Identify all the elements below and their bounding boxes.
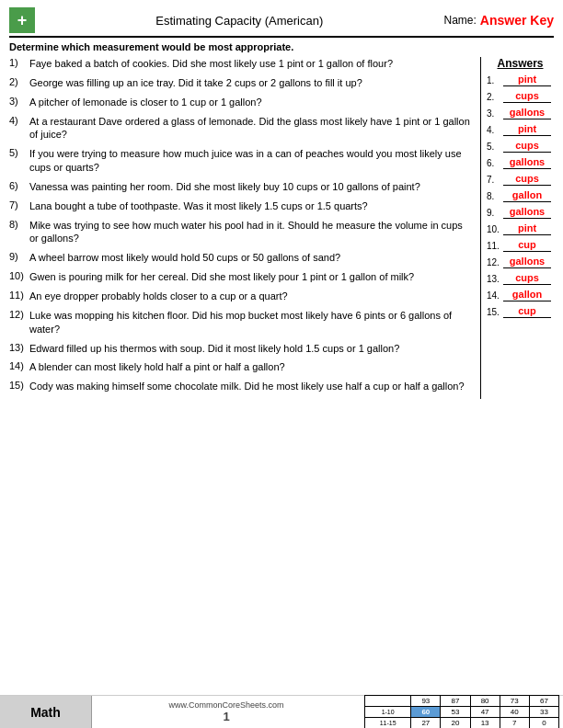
page-title: Estimating Capacity (American): [35, 14, 444, 28]
question-5: 5) If you were trying to measure how muc…: [9, 147, 473, 175]
answer-4: 4. pint: [487, 123, 554, 136]
question-text-11: An eye dropper probably holds closer to …: [29, 290, 473, 303]
question-text-5: If you were trying to measure how much j…: [29, 147, 473, 175]
question-text-14: A blender can most likely hold half a pi…: [29, 360, 473, 374]
question-text-6: Vanessa was painting her room. Did she m…: [29, 180, 473, 194]
answer-num-12: 12.: [487, 257, 503, 267]
question-num-1: 1): [9, 57, 29, 68]
question-11: 11) An eye dropper probably holds closer…: [9, 290, 473, 303]
page: + Estimating Capacity (American) Name: A…: [0, 0, 563, 728]
answer-num-11: 11.: [487, 241, 503, 251]
answer-11: 11. cup: [487, 239, 554, 252]
answer-value-10: pint: [503, 222, 551, 235]
question-10: 10) Gwen is pouring milk for her cereal.…: [9, 270, 473, 284]
direction-line: Determine which measurement would be mos…: [9, 41, 554, 52]
question-num-14: 14): [9, 360, 29, 371]
question-num-5: 5): [9, 147, 29, 158]
answer-3: 3. gallons: [487, 107, 554, 119]
question-text-1: Faye baked a batch of cookies. Did she m…: [29, 57, 473, 71]
question-num-2: 2): [9, 76, 29, 87]
answer-8: 8. gallon: [487, 189, 554, 202]
answer-num-4: 4.: [487, 125, 503, 135]
main-content: 1) Faye baked a batch of cookies. Did sh…: [9, 57, 554, 399]
question-2: 2) George was filling up an ice tray. Di…: [9, 76, 473, 90]
answer-num-15: 15.: [487, 307, 503, 317]
question-6: 6) Vanessa was painting her room. Did sh…: [9, 180, 473, 194]
question-text-9: A wheel barrow most likely would hold 50…: [29, 251, 473, 265]
answer-value-13: cups: [503, 272, 551, 285]
question-text-3: A pitcher of lemonade is closer to 1 cup…: [29, 96, 473, 109]
answer-value-5: cups: [503, 140, 551, 153]
answer-9: 9. gallons: [487, 206, 554, 219]
question-7: 7) Lana bought a tube of toothpaste. Was…: [9, 199, 473, 213]
question-text-4: At a restaurant Dave ordered a glass of …: [29, 115, 473, 142]
question-15: 15) Cody was making himself some chocola…: [9, 380, 473, 393]
answer-value-11: cup: [503, 239, 551, 252]
answer-value-2: cups: [503, 90, 551, 103]
answers-area: Answers 1. pint 2. cups 3. gallons 4. pi…: [480, 57, 554, 399]
answer-14: 14. gallon: [487, 289, 554, 301]
logo-symbol: +: [17, 11, 28, 30]
questions-area: 1) Faye baked a batch of cookies. Did sh…: [9, 57, 480, 399]
question-num-3: 3): [9, 96, 29, 107]
answer-5: 5. cups: [487, 140, 554, 153]
answer-13: 13. cups: [487, 272, 554, 285]
question-9: 9) A wheel barrow most likely would hold…: [9, 251, 473, 265]
header-right: Name: Answer Key: [444, 13, 555, 28]
answer-value-6: gallons: [503, 156, 551, 169]
page-number: 1: [223, 710, 229, 723]
answer-2: 2. cups: [487, 90, 554, 103]
answer-num-10: 10.: [487, 224, 503, 234]
question-1: 1) Faye baked a batch of cookies. Did sh…: [9, 57, 473, 71]
answer-value-15: cup: [503, 305, 551, 318]
score-table: 9387807367 1-10 60 53474033 11-15 272013…: [364, 695, 559, 728]
question-num-10: 10): [9, 270, 29, 281]
answer-value-7: cups: [503, 173, 551, 186]
question-text-8: Mike was trying to see how much water hi…: [29, 219, 473, 246]
answer-10: 10. pint: [487, 222, 554, 235]
answer-num-7: 7.: [487, 175, 503, 185]
question-text-15: Cody was making himself some chocolate m…: [29, 380, 473, 393]
question-13: 13) Edward filled up his thermos with so…: [9, 342, 473, 356]
question-8: 8) Mike was trying to see how much water…: [9, 219, 473, 246]
answer-value-1: pint: [503, 74, 551, 86]
answer-15: 15. cup: [487, 305, 554, 318]
answer-num-6: 6.: [487, 158, 503, 168]
answer-num-13: 13.: [487, 274, 503, 284]
question-text-12: Luke was mopping his kitchen floor. Did …: [29, 309, 473, 336]
question-14: 14) A blender can most likely hold half …: [9, 360, 473, 374]
question-num-4: 4): [9, 115, 29, 126]
answer-key-label: Answer Key: [480, 13, 554, 28]
question-num-6: 6): [9, 180, 29, 191]
footer: Math www.CommonCoreSheets.com 1 93878073…: [0, 695, 563, 728]
answer-num-8: 8.: [487, 191, 503, 201]
question-text-10: Gwen is pouring milk for her cereal. Did…: [29, 270, 473, 284]
footer-center: www.CommonCoreSheets.com 1: [92, 696, 361, 728]
logo: +: [9, 7, 35, 33]
answer-num-14: 14.: [487, 290, 503, 301]
answer-num-1: 1.: [487, 75, 503, 85]
answer-6: 6. gallons: [487, 156, 554, 169]
answer-value-9: gallons: [503, 206, 551, 219]
footer-math-label: Math: [0, 696, 92, 728]
answers-title: Answers: [487, 57, 554, 70]
answer-value-8: gallon: [503, 189, 551, 202]
question-4: 4) At a restaurant Dave ordered a glass …: [9, 115, 473, 142]
answer-7: 7. cups: [487, 173, 554, 186]
question-num-13: 13): [9, 342, 29, 353]
answer-value-14: gallon: [503, 289, 551, 301]
answer-value-12: gallons: [503, 256, 551, 268]
answer-num-2: 2.: [487, 92, 503, 102]
name-label: Name:: [444, 14, 477, 27]
answer-num-9: 9.: [487, 208, 503, 218]
question-num-11: 11): [9, 290, 29, 301]
question-text-7: Lana bought a tube of toothpaste. Was it…: [29, 199, 473, 213]
answer-value-4: pint: [503, 123, 551, 136]
header: + Estimating Capacity (American) Name: A…: [9, 7, 554, 38]
answer-value-3: gallons: [503, 107, 551, 119]
footer-score-table: 9387807367 1-10 60 53474033 11-15 272013…: [361, 696, 563, 728]
question-num-7: 7): [9, 199, 29, 210]
question-12: 12) Luke was mopping his kitchen floor. …: [9, 309, 473, 336]
answer-num-3: 3.: [487, 108, 503, 119]
answer-12: 12. gallons: [487, 256, 554, 268]
